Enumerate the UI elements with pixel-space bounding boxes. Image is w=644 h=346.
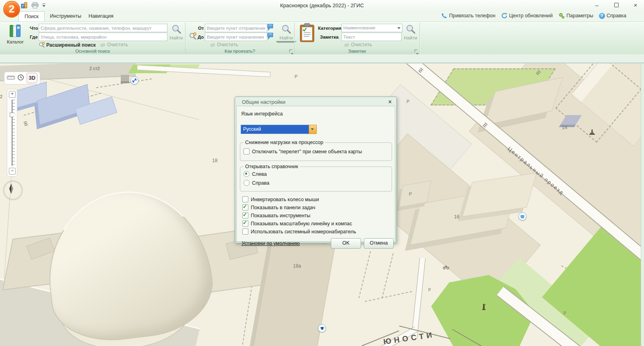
link-update-center[interactable]: Центр обновлений bbox=[501, 12, 553, 19]
checkbox-row[interactable]: Показывать в панели задач bbox=[242, 204, 315, 210]
map-road bbox=[411, 258, 426, 338]
link-bind-phone[interactable]: Привязать телефон bbox=[441, 12, 495, 19]
notes-clipboard-icon bbox=[299, 23, 316, 45]
to-input[interactable] bbox=[205, 33, 267, 41]
language-combo-dropdown-button[interactable] bbox=[309, 125, 317, 134]
radio-label: Слева bbox=[252, 171, 267, 177]
parking-label: P bbox=[409, 192, 412, 196]
map-right-edge-strip bbox=[641, 64, 644, 346]
theatre-icon[interactable] bbox=[518, 212, 526, 220]
print-icon[interactable] bbox=[31, 2, 39, 8]
from-input[interactable] bbox=[205, 24, 267, 32]
from-label: От bbox=[198, 26, 204, 31]
find-label: Найти bbox=[404, 35, 417, 40]
zoom-ticks bbox=[12, 100, 15, 166]
cancel-button[interactable]: Отмена bbox=[364, 238, 394, 249]
group-title-notes: Заметки bbox=[295, 48, 419, 54]
catalog-books-icon bbox=[5, 24, 26, 39]
checkbox-row[interactable]: Показывать инструменты bbox=[242, 212, 310, 218]
attraction-icon[interactable] bbox=[588, 129, 596, 138]
advanced-search-button[interactable]: Расширенный поиск bbox=[39, 42, 96, 48]
eraser-icon bbox=[100, 42, 106, 47]
checkbox-label: Инвертировать колесо мыши bbox=[251, 197, 319, 202]
magnifier-icon bbox=[276, 24, 297, 35]
find-button-notes[interactable]: Найти bbox=[400, 23, 421, 47]
what-input[interactable] bbox=[39, 24, 167, 32]
checkbox[interactable] bbox=[242, 212, 248, 218]
note-input[interactable] bbox=[341, 33, 402, 41]
tab-navigation[interactable]: Навигация bbox=[83, 11, 119, 21]
cpu-groupbox: Снижение нагрузки на процессор Отключить… bbox=[240, 142, 392, 161]
map-crossing bbox=[23, 121, 28, 127]
checkbox-row[interactable]: Использовать системный номеронабиратель bbox=[242, 229, 356, 235]
from-flag-icon[interactable] bbox=[267, 23, 274, 33]
to-flag-icon[interactable] bbox=[267, 32, 274, 41]
defaults-link[interactable]: Установки по умолчанию bbox=[242, 241, 300, 246]
radio[interactable] bbox=[244, 171, 250, 177]
checkbox-row[interactable]: Показывать масштабную линейку и компас bbox=[242, 220, 352, 227]
map-road bbox=[137, 65, 270, 77]
checkbox[interactable] bbox=[242, 204, 248, 210]
building-label-2: 2 bbox=[0, 94, 2, 99]
checkbox-row[interactable]: Инвертировать колесо мыши bbox=[242, 196, 319, 202]
link-options[interactable]: Параметры bbox=[558, 12, 593, 19]
dialog-launcher-route[interactable] bbox=[289, 49, 293, 54]
group-separator bbox=[419, 23, 420, 54]
find-button-search[interactable]: Найти bbox=[166, 23, 187, 47]
note-label: Заметка bbox=[320, 35, 339, 39]
map-arena-dome bbox=[39, 182, 218, 346]
zoom-in-button[interactable]: + bbox=[9, 91, 16, 98]
fitness-icon[interactable] bbox=[130, 76, 138, 84]
category-combo[interactable]: Наименование bbox=[341, 24, 402, 32]
zoom-out-button[interactable]: − bbox=[9, 168, 16, 175]
clear-search-button[interactable]: Очистить bbox=[100, 42, 128, 47]
radio-label: Справа bbox=[252, 180, 269, 186]
clear-route-button[interactable]: Очистить bbox=[210, 42, 238, 47]
minimize-button[interactable]: – bbox=[592, 2, 601, 9]
map-dashed-path bbox=[365, 291, 412, 302]
link-label: Справка bbox=[607, 13, 626, 19]
cpu-checkbox-row[interactable]: Отключить "перелет" при смене объекта ка… bbox=[244, 148, 362, 154]
title-bar: Красноярск (декабрь 2022) - 2ГИС bbox=[0, 0, 644, 11]
app-logo-2gis[interactable]: 2 bbox=[3, 1, 20, 18]
catalog-button[interactable]: Каталог bbox=[5, 23, 26, 47]
where-label: Где bbox=[30, 35, 38, 39]
language-combo[interactable]: Русский bbox=[241, 125, 311, 134]
education-icon[interactable] bbox=[318, 324, 326, 332]
find-button-route[interactable]: Найти bbox=[276, 23, 297, 47]
close-button[interactable]: × bbox=[631, 2, 640, 9]
link-help[interactable]: ? Справка bbox=[599, 13, 626, 19]
checkbox[interactable] bbox=[244, 148, 250, 154]
ok-button[interactable]: OK bbox=[331, 238, 361, 249]
checkbox[interactable] bbox=[242, 196, 248, 202]
time-zones-icon[interactable] bbox=[17, 74, 24, 82]
tab-search[interactable]: Поиск bbox=[19, 11, 45, 22]
ruler-icon[interactable] bbox=[7, 74, 15, 82]
clear-notes-button[interactable]: Очистить bbox=[344, 42, 372, 47]
zoom-slider: + − bbox=[7, 89, 17, 177]
radio-row-left[interactable]: Слева bbox=[244, 171, 267, 177]
clear-search-label: Очистить bbox=[107, 42, 128, 47]
catalog-label: Каталог bbox=[7, 39, 24, 44]
app-window: Красноярск (декабрь 2022) - 2ГИС 2 – × П… bbox=[0, 0, 644, 346]
find-label: Найти bbox=[170, 35, 183, 40]
checkbox[interactable] bbox=[242, 220, 248, 227]
dialog-launcher-notes[interactable] bbox=[414, 49, 419, 54]
bicycle-parking-icon[interactable] bbox=[443, 264, 449, 271]
compass[interactable] bbox=[3, 180, 23, 200]
map-3d-button[interactable]: 3D bbox=[27, 73, 37, 83]
where-input[interactable] bbox=[39, 33, 167, 41]
update-icon bbox=[501, 12, 508, 19]
radio[interactable] bbox=[244, 180, 250, 186]
checkbox[interactable] bbox=[242, 229, 248, 235]
gears-icon bbox=[558, 12, 565, 19]
magnifier-plus-icon bbox=[39, 42, 45, 48]
dialog-close-button[interactable]: × bbox=[388, 99, 392, 105]
radio-row-right[interactable]: Справа bbox=[244, 180, 269, 186]
map-building-block bbox=[462, 173, 537, 217]
monument-icon[interactable] bbox=[481, 303, 487, 312]
map-building-icon[interactable] bbox=[21, 2, 28, 8]
maximize-button[interactable] bbox=[612, 2, 621, 9]
customize-quick-access-icon[interactable] bbox=[42, 3, 46, 8]
tab-tools[interactable]: Инструменты bbox=[44, 11, 87, 21]
